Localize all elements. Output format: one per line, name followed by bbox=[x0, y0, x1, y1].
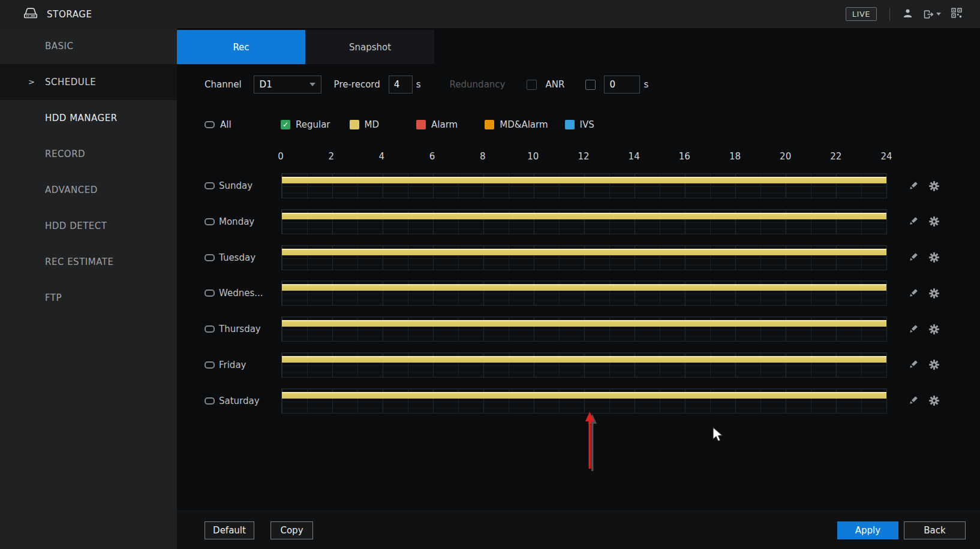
day-checkbox[interactable] bbox=[205, 289, 215, 297]
edit-pencil-icon[interactable] bbox=[908, 324, 918, 334]
hour-label: 14 bbox=[629, 151, 640, 162]
hour-ruler: 024681012141618202224 bbox=[281, 151, 886, 164]
sidebar-item-label: ADVANCED bbox=[45, 185, 98, 195]
logout-icon[interactable] bbox=[923, 10, 941, 19]
legend-color-chip bbox=[350, 120, 359, 129]
edit-pencil-icon[interactable] bbox=[908, 252, 918, 263]
footer-bar: Default Copy Apply Back bbox=[177, 511, 980, 549]
legend-item[interactable]: MD bbox=[350, 119, 380, 130]
schedule-grid: Sunday bbox=[177, 173, 980, 414]
schedule-bar-md bbox=[282, 284, 886, 291]
day-timeline[interactable] bbox=[281, 245, 887, 270]
day-checkbox[interactable] bbox=[205, 254, 215, 261]
schedule-bar-md bbox=[282, 320, 886, 327]
day-label: Saturday bbox=[219, 396, 281, 406]
day-timeline[interactable] bbox=[281, 352, 887, 378]
sidebar-item-basic[interactable]: > BASIC bbox=[0, 28, 177, 64]
anr-time-input[interactable] bbox=[604, 76, 640, 93]
day-checkbox[interactable] bbox=[205, 325, 215, 333]
day-timeline[interactable] bbox=[281, 280, 887, 306]
hour-label: 0 bbox=[278, 151, 284, 162]
schedule-day-row: Saturday bbox=[177, 388, 980, 414]
schedule-bar-md bbox=[282, 213, 886, 219]
edit-pencil-icon[interactable] bbox=[908, 288, 918, 298]
prerecord-input[interactable] bbox=[389, 76, 413, 93]
channel-value: D1 bbox=[260, 79, 272, 90]
chevron-down-icon bbox=[936, 13, 941, 16]
legend-item[interactable]: MD&Alarm bbox=[485, 119, 548, 130]
settings-gear-icon[interactable] bbox=[929, 181, 939, 191]
anr-unit: s bbox=[644, 79, 648, 90]
legend-color-chip bbox=[565, 120, 575, 129]
copy-button[interactable]: Copy bbox=[270, 521, 313, 539]
sidebar-item-label: HDD DETECT bbox=[45, 221, 107, 231]
prerecord-label: Pre-record bbox=[334, 79, 380, 90]
schedule-bar-md bbox=[282, 249, 886, 255]
schedule-day-row: Thursday bbox=[177, 316, 980, 342]
settings-gear-icon[interactable] bbox=[929, 288, 939, 298]
qr-code-icon[interactable] bbox=[951, 8, 962, 20]
edit-pencil-icon[interactable] bbox=[908, 181, 918, 191]
sidebar-item-schedule[interactable]: > SCHEDULE bbox=[0, 64, 177, 100]
day-checkbox[interactable] bbox=[205, 182, 215, 189]
tab-snapshot[interactable]: Snapshot bbox=[305, 30, 434, 64]
live-button[interactable]: LIVE bbox=[846, 7, 877, 21]
day-checkbox[interactable] bbox=[205, 397, 215, 405]
top-bar: STORAGE LIVE bbox=[0, 0, 980, 28]
schedule-day-row: Wednes... bbox=[177, 280, 980, 306]
edit-pencil-icon[interactable] bbox=[908, 396, 918, 406]
day-timeline[interactable] bbox=[281, 316, 887, 342]
sidebar-item-label: HDD MANAGER bbox=[45, 113, 118, 123]
hour-label: 2 bbox=[328, 151, 334, 162]
user-account-icon[interactable] bbox=[903, 8, 913, 20]
hour-label: 6 bbox=[429, 151, 435, 162]
sidebar: > BASIC > SCHEDULE > HDD MANAGER > RECOR… bbox=[0, 28, 177, 549]
sidebar-item-ftp[interactable]: > FTP bbox=[0, 280, 177, 316]
all-checkbox[interactable] bbox=[205, 121, 215, 128]
legend-color-chip bbox=[485, 120, 494, 129]
legend-color-chip: ✓ bbox=[281, 120, 290, 129]
settings-gear-icon[interactable] bbox=[929, 360, 939, 370]
hdd-storage-icon bbox=[23, 7, 38, 22]
edit-pencil-icon[interactable] bbox=[908, 216, 918, 227]
legend-item-label: IVS bbox=[580, 119, 594, 130]
hour-label: 18 bbox=[729, 151, 741, 162]
schedule-day-row: Sunday bbox=[177, 173, 980, 198]
anr-checkbox[interactable] bbox=[585, 80, 596, 90]
day-label: Monday bbox=[219, 216, 281, 227]
legend-item[interactable]: IVS bbox=[565, 119, 594, 130]
default-button[interactable]: Default bbox=[205, 521, 254, 539]
day-label: Friday bbox=[219, 360, 281, 370]
sidebar-item-label: REC ESTIMATE bbox=[45, 257, 113, 267]
back-button[interactable]: Back bbox=[904, 521, 966, 539]
channel-select[interactable]: D1 bbox=[254, 76, 321, 93]
day-checkbox[interactable] bbox=[205, 218, 215, 225]
settings-gear-icon[interactable] bbox=[929, 252, 939, 263]
top-bar-actions: LIVE bbox=[846, 7, 962, 21]
day-timeline[interactable] bbox=[281, 388, 887, 414]
legend-items: ✓ Regular MD Alarm MD&Alarm IVS bbox=[281, 119, 594, 130]
anr-label: ANR bbox=[545, 79, 564, 90]
redundancy-label: Redundancy bbox=[450, 79, 506, 90]
sidebar-item-hdd-manager[interactable]: > HDD MANAGER bbox=[0, 100, 177, 136]
prerecord-unit: s bbox=[416, 79, 421, 90]
apply-button[interactable]: Apply bbox=[837, 521, 898, 539]
day-timeline[interactable] bbox=[281, 209, 887, 234]
sidebar-item-advanced[interactable]: > ADVANCED bbox=[0, 172, 177, 208]
day-timeline[interactable] bbox=[281, 173, 887, 198]
tab-rec[interactable]: Rec bbox=[177, 30, 305, 64]
legend-item[interactable]: ✓ Regular bbox=[281, 119, 330, 130]
sidebar-item-hdd-detect[interactable]: > HDD DETECT bbox=[0, 208, 177, 244]
day-label: Tuesday bbox=[219, 252, 281, 263]
legend-item[interactable]: Alarm bbox=[416, 119, 458, 130]
sidebar-item-rec-estimate[interactable]: > REC ESTIMATE bbox=[0, 244, 177, 280]
edit-pencil-icon[interactable] bbox=[908, 360, 918, 370]
settings-gear-icon[interactable] bbox=[929, 396, 939, 406]
record-settings-row: Channel D1 Pre-record s Redundancy ANR s bbox=[205, 75, 980, 94]
day-checkbox[interactable] bbox=[205, 361, 215, 369]
sidebar-item-record[interactable]: > RECORD bbox=[0, 136, 177, 172]
settings-gear-icon[interactable] bbox=[929, 216, 939, 227]
schedule-bar-md bbox=[282, 356, 886, 363]
nvr-storage-screen: STORAGE LIVE bbox=[0, 0, 980, 549]
settings-gear-icon[interactable] bbox=[929, 324, 939, 334]
